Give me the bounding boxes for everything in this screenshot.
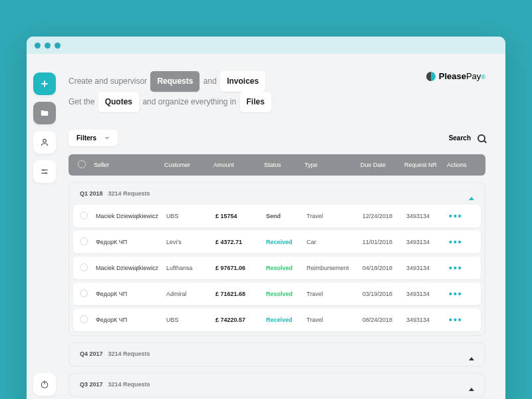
table-header: Seller Customer Amount Status Type Due D… [68,154,485,176]
row-checkbox[interactable] [80,315,88,323]
user-icon [40,138,49,147]
cell-req: 3493134 [406,213,445,219]
cell-req: 3493134 [406,317,445,323]
cell-customer: Lufthansa [166,265,211,271]
group-count: 3214 Requests [108,381,150,388]
svg-point-2 [45,172,46,174]
brand-icon [426,72,436,81]
cell-due: 08/24/2018 [362,317,402,323]
row-actions-button[interactable]: ••• [449,237,474,247]
col-header-customer[interactable]: Customer [164,162,209,168]
cell-customer: UBS [166,317,211,323]
row-actions-button[interactable]: ••• [449,263,474,273]
row-actions-button[interactable]: ••• [449,211,474,221]
group-header[interactable]: Q1 20183214 Requests [73,186,481,201]
cell-amount: £ 71621.68 [215,291,262,297]
folder-button[interactable] [33,102,56,124]
chevron-down-icon [104,137,110,140]
cell-customer: Levi's [166,239,211,245]
svg-point-1 [43,170,44,171]
expand-toggle[interactable] [469,350,474,357]
cell-due: 04/18/2018 [362,265,402,271]
cell-due: 12/24/2018 [362,213,402,219]
cell-due: 03/19/2018 [362,291,402,297]
chip-invoices[interactable]: Invoices [220,71,265,92]
triangle-up-icon [469,190,474,200]
window-dot[interactable] [45,43,51,49]
main-content: Create and supervisor Requests and Invoi… [62,54,505,399]
row-actions-button[interactable]: ••• [449,289,474,299]
group-label: Q3 2017 [80,381,103,388]
request-group: Q3 20173214 Requests [68,373,485,397]
user-button[interactable] [33,131,56,154]
table-row[interactable]: ФедорК ЧПUBS£ 74220.57ReceivedTravel08/2… [73,309,481,331]
cell-type: Travel [307,213,358,219]
cell-amount: £ 4372.71 [215,239,262,245]
chip-quotes[interactable]: Quotes [98,92,139,112]
cell-seller: Maciek Dziewiątkiewicz [96,265,162,271]
table-row[interactable]: Maciek DziewiątkiewiczUBS£ 15754SendTrav… [73,205,481,227]
filters-button[interactable]: Filters [68,130,118,146]
col-header-status[interactable]: Status [264,162,301,168]
select-all-checkbox[interactable] [78,160,86,168]
cell-due: 11/01/2018 [362,239,402,245]
cell-seller: Maciek Dziewiątkiewicz [96,213,162,219]
chip-requests[interactable]: Requests [150,71,200,92]
group-count: 3214 Requests [108,190,150,197]
cell-seller: ФедорК ЧП [96,317,162,323]
row-checkbox[interactable] [80,263,88,271]
col-header-due[interactable]: Due Date [360,162,400,168]
window-dot[interactable] [35,43,41,49]
power-button[interactable] [33,373,56,396]
cell-type: Car [307,239,358,245]
sidebar [27,54,62,399]
col-header-actions: Actions [447,162,472,168]
expand-toggle[interactable] [469,381,474,388]
titlebar [27,37,505,54]
table-row[interactable]: ФедорК ЧПAdmiral£ 71621.68ResolvedTravel… [73,283,481,305]
cell-amount: £ 74220.57 [215,317,262,323]
chip-files[interactable]: Files [240,92,271,112]
group-header[interactable]: Q3 20173214 Requests [73,376,481,392]
table-row[interactable]: Maciek DziewiątkiewiczLufthansa£ 97671.0… [73,257,481,279]
settings-button[interactable] [33,160,56,183]
folder-icon [40,108,49,118]
col-header-amount[interactable]: Amount [213,162,260,168]
group-count: 3214 Requests [108,350,150,357]
cell-status: Resolved [266,291,303,297]
row-checkbox[interactable] [80,237,88,245]
col-header-seller[interactable]: Seller [94,162,160,168]
search-button[interactable]: Search [449,134,485,142]
expand-toggle[interactable] [469,190,474,197]
cell-status: Send [266,213,303,219]
window-dot[interactable] [55,43,61,49]
request-group: Q4 20173214 Requests [68,342,485,366]
plus-icon [40,79,49,88]
cell-status: Received [266,239,303,245]
group-header[interactable]: Q4 20173214 Requests [73,346,481,362]
app-window: Create and supervisor Requests and Invoi… [27,37,505,399]
cell-seller: ФедорК ЧП [96,291,162,297]
brand-logo: PleasePay® [426,71,485,81]
cell-status: Resolved [266,265,303,271]
row-actions-button[interactable]: ••• [449,315,474,325]
col-header-type[interactable]: Type [305,162,356,168]
row-checkbox[interactable] [80,289,88,297]
cell-status: Received [266,317,303,323]
cell-customer: Admiral [166,291,211,297]
col-header-req[interactable]: Request NR [404,162,443,168]
group-label: Q4 2017 [80,350,103,357]
svg-point-0 [43,139,46,142]
sliders-icon [40,167,49,176]
cell-amount: £ 97671.06 [215,265,262,271]
request-group: Q1 20183214 RequestsMaciek Dziewiątkiewi… [68,182,485,336]
cell-type: Reimbursement [307,265,358,271]
add-button[interactable] [33,72,56,95]
cell-type: Travel [307,317,358,323]
group-label: Q1 2018 [80,190,103,197]
row-checkbox[interactable] [80,211,88,219]
cell-req: 3493134 [406,265,445,271]
cell-customer: UBS [166,213,211,219]
table-row[interactable]: ФедорК ЧПLevi's£ 4372.71ReceivedCar11/01… [73,231,481,253]
power-icon [40,380,49,389]
